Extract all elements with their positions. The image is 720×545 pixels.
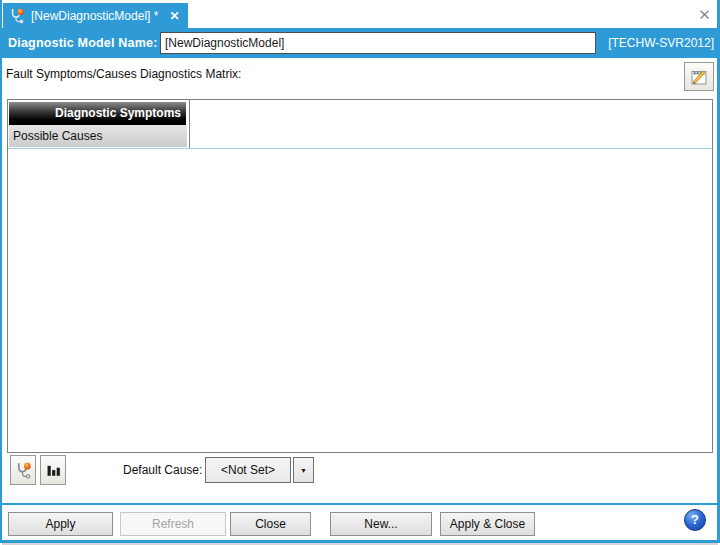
question-icon: ? [691,512,699,527]
matrix-section-label: Fault Symptoms/Causes Diagnostics Matrix… [6,67,241,81]
footer-separator [0,503,720,505]
matrix-causes-header: Possible Causes [9,125,187,147]
matrix-header-divider [8,148,712,149]
matrix-symptoms-header: Diagnostic Symptoms [9,102,186,125]
stethoscope-icon [9,8,25,24]
note-edit-icon [689,67,709,87]
default-cause-dropdown-button[interactable]: ▼ [293,457,314,483]
help-button[interactable]: ? [684,509,706,531]
diagnostic-model-window: [NewDiagnosticModel] * ✕ ✕ Diagnostic Mo… [0,0,720,545]
matrix-column-separator [189,100,190,148]
apply-close-button[interactable]: Apply & Close [440,512,535,536]
tab-close-icon[interactable]: ✕ [169,10,179,22]
default-cause-combobox[interactable]: <Not Set> [205,457,291,483]
close-button[interactable]: Close [230,512,311,536]
refresh-button[interactable]: Refresh [120,512,226,536]
model-name-input[interactable] [160,32,596,54]
diagnostic-view-button[interactable] [10,455,36,485]
edit-matrix-button[interactable] [684,62,714,91]
stethoscope-icon [15,462,32,479]
default-cause-value: <Not Set> [221,463,275,477]
default-cause-label: Default Cause: [123,455,202,485]
server-badge: [TECHW-SVR2012] [608,28,714,58]
window-close-icon[interactable]: ✕ [694,4,715,25]
apply-button[interactable]: Apply [8,512,113,536]
new-button[interactable]: New... [330,512,432,536]
tab-title: [NewDiagnosticModel] * [31,9,158,23]
tab-diagnostic-model[interactable]: [NewDiagnosticModel] * ✕ [3,3,188,28]
model-name-label: Diagnostic Model Name: [8,28,158,58]
header-bar: Diagnostic Model Name: [TECHW-SVR2012] [0,28,720,58]
chevron-down-icon: ▼ [300,467,307,474]
bar-chart-icon [45,462,62,479]
matrix-panel: Diagnostic Symptoms Possible Causes [7,99,713,453]
window-border-left [0,0,2,543]
chart-view-button[interactable] [40,455,66,485]
